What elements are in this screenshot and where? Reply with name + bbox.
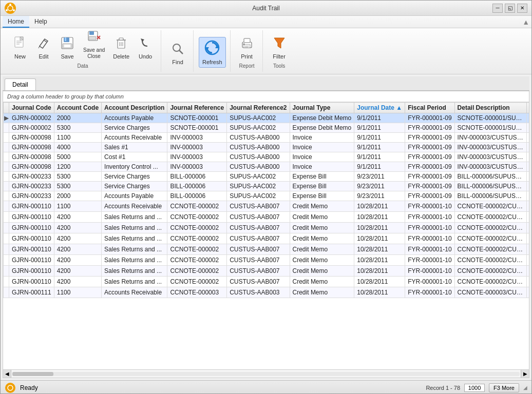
table-row[interactable]: GJRN-0000981100Accounts ReceivableINV-00… bbox=[4, 133, 529, 143]
scrollbar-thumb[interactable] bbox=[12, 372, 53, 376]
table-cell: SCNOTE-000001/SUPUS-AAC002/ bbox=[454, 113, 526, 123]
table-scroll-area[interactable]: Journal Code Account Code Account Descri… bbox=[3, 102, 529, 369]
refresh-button[interactable]: Refresh bbox=[199, 37, 226, 68]
table-row[interactable]: GJRN-0000985000Cost #1INV-000003CUSTUS-A… bbox=[4, 152, 529, 162]
table-cell: 10/28/2011 bbox=[354, 266, 405, 277]
page-size-box[interactable]: 1000 bbox=[464, 384, 485, 392]
col-account-desc[interactable]: Account Description bbox=[102, 103, 167, 113]
table-row[interactable]: ▶GJRN-0000022000Accounts PayableSCNOTE-0… bbox=[4, 113, 529, 123]
col-account-code[interactable]: Account Code bbox=[54, 103, 101, 113]
svg-line-12 bbox=[39, 46, 40, 48]
table-cell bbox=[4, 143, 9, 152]
print-button[interactable]: Print bbox=[236, 33, 258, 62]
table-cell: 2000 bbox=[54, 113, 101, 123]
table-row[interactable]: GJRN-0001104200Sales Returns and ...CCNO… bbox=[4, 223, 529, 233]
table-row[interactable]: GJRN-0002332000Accounts PayableBILL-0000… bbox=[4, 191, 529, 201]
table-cell: FYR-000001-09 bbox=[405, 162, 454, 172]
table-cell: FYR-000001-10 bbox=[405, 212, 454, 223]
table-cell: GJRN-000002 bbox=[9, 113, 54, 123]
table-cell: SCNOTE-000001/SUPUS-AAC002/ bbox=[454, 123, 526, 133]
status-logo bbox=[5, 382, 16, 393]
table-cell: Accounts Receivable bbox=[102, 133, 167, 143]
col-fiscal-period[interactable]: Fiscal Period bbox=[405, 103, 454, 113]
restore-button[interactable]: ◱ bbox=[505, 4, 515, 13]
save-icon bbox=[60, 36, 74, 52]
undo-button[interactable]: Undo bbox=[134, 33, 157, 62]
table-cell: CUSTUS-AAB007 bbox=[227, 255, 290, 266]
table-row[interactable]: GJRN-0001104200Sales Returns and ...CCNO… bbox=[4, 233, 529, 244]
menu-home[interactable]: Home bbox=[3, 16, 29, 28]
delete-button[interactable]: Delete bbox=[109, 33, 133, 62]
table-cell: GJRN-000110 bbox=[9, 266, 54, 277]
report-buttons: Print bbox=[236, 33, 258, 62]
table-row[interactable]: GJRN-0000981200Inventory Control ...INV-… bbox=[4, 162, 529, 172]
table-cell: FYR-000001-09 bbox=[405, 113, 454, 123]
table-cell: FYR-000001-10 bbox=[405, 201, 454, 212]
new-button[interactable]: New bbox=[9, 33, 31, 62]
menu-help[interactable]: Help bbox=[29, 16, 52, 28]
table-cell: 9/23/2011 bbox=[354, 191, 405, 201]
find-button[interactable]: Find bbox=[166, 39, 189, 68]
scroll-right-button[interactable]: ▶ bbox=[521, 370, 529, 378]
table-cell bbox=[4, 277, 9, 287]
table-cell: CUSTUS-AAB007 bbox=[227, 233, 290, 244]
print-icon bbox=[240, 36, 254, 52]
table-row[interactable]: GJRN-0002335300Service ChargesBILL-00000… bbox=[4, 182, 529, 191]
table-row[interactable]: GJRN-0001104200Sales Returns and ...CCNO… bbox=[4, 266, 529, 277]
table-cell bbox=[4, 133, 9, 143]
table-cell: Accounts Payable bbox=[102, 113, 167, 123]
table-cell: BILL-000006 bbox=[167, 191, 227, 201]
table-cell: FYR-000001-10 bbox=[405, 223, 454, 233]
table-row[interactable]: GJRN-0001104200Sales Returns and ...CCNO… bbox=[4, 255, 529, 266]
table-cell: FYR-000001-09 bbox=[405, 182, 454, 191]
table-row[interactable]: GJRN-0000984000Sales #1INV-000003CUSTUS-… bbox=[4, 143, 529, 152]
save-label: Save bbox=[61, 53, 73, 60]
table-cell: CUSTUS-AAB000 bbox=[227, 152, 290, 162]
col-is-posted[interactable]: Is Post bbox=[526, 103, 529, 113]
table-cell: SCNOTE-000001 bbox=[167, 123, 227, 133]
table-cell: BILL-000006 bbox=[167, 172, 227, 182]
table-row[interactable]: GJRN-0001111100Accounts ReceivableCCNOTE… bbox=[4, 287, 529, 298]
table-cell: GJRN-000110 bbox=[9, 255, 54, 266]
table-cell: GJRN-000110 bbox=[9, 201, 54, 212]
detail-tab[interactable]: Detail bbox=[5, 78, 36, 90]
table-cell: FYR-000001-09 bbox=[405, 172, 454, 182]
table-cell: CCNOTE-000002/CUSTUS-AAB... bbox=[454, 233, 526, 244]
svg-point-2 bbox=[9, 4, 11, 6]
col-journal-date[interactable]: Journal Date ▲ bbox=[354, 103, 405, 113]
table-cell: Invoice bbox=[290, 152, 354, 162]
table-row[interactable]: GJRN-0001101100Accounts ReceivableCCNOTE… bbox=[4, 201, 529, 212]
horizontal-scrollbar[interactable]: ◀ ▶ bbox=[3, 369, 529, 378]
title-bar: Audit Trail ─ ◱ ✕ bbox=[1, 1, 531, 16]
tools-buttons: Filter bbox=[268, 33, 291, 62]
ribbon-collapse-button[interactable]: ▲ bbox=[522, 18, 529, 26]
col-journal-type[interactable]: Journal Type bbox=[290, 103, 354, 113]
save-close-label: Save andClose bbox=[83, 47, 105, 60]
status-ready: Ready bbox=[20, 384, 38, 391]
col-journal-ref2[interactable]: Journal Reference2 bbox=[227, 103, 290, 113]
table-cell: Credit Memo bbox=[290, 201, 354, 212]
table-row[interactable]: GJRN-0001104200Sales Returns and ...CCNO… bbox=[4, 244, 529, 255]
table-cell: 10/28/2011 bbox=[354, 212, 405, 223]
table-row[interactable]: GJRN-0002335300Service ChargesBILL-00000… bbox=[4, 172, 529, 182]
table-cell: CUSTUS-AAB007 bbox=[227, 201, 290, 212]
scroll-left-button[interactable]: ◀ bbox=[3, 370, 11, 378]
f3-more-button[interactable]: F3 More bbox=[489, 383, 519, 392]
filter-button[interactable]: Filter bbox=[268, 33, 291, 62]
close-button[interactable]: ✕ bbox=[517, 4, 527, 13]
table-row[interactable]: GJRN-0001104200Sales Returns and ...CCNO… bbox=[4, 277, 529, 287]
table-row[interactable]: GJRN-0000025300Service ChargesSCNOTE-000… bbox=[4, 123, 529, 133]
save-button[interactable]: Save bbox=[56, 33, 79, 62]
edit-button[interactable]: Edit bbox=[32, 33, 55, 62]
save-close-button[interactable]: Save andClose bbox=[80, 27, 108, 62]
table-cell: GJRN-000098 bbox=[9, 162, 54, 172]
table-cell: SCNOTE-000001 bbox=[167, 113, 227, 123]
col-journal-ref[interactable]: Journal Reference bbox=[167, 103, 227, 113]
col-journal-code[interactable]: Journal Code bbox=[9, 103, 54, 113]
table-row[interactable]: GJRN-0001104200Sales Returns and ...CCNO… bbox=[4, 212, 529, 223]
minimize-button[interactable]: ─ bbox=[492, 4, 503, 13]
table-cell: Accounts Payable bbox=[102, 191, 167, 201]
table-cell: CUSTUS-AAB007 bbox=[227, 212, 290, 223]
col-detail-desc[interactable]: Detail Description bbox=[454, 103, 526, 113]
table-cell bbox=[4, 172, 9, 182]
